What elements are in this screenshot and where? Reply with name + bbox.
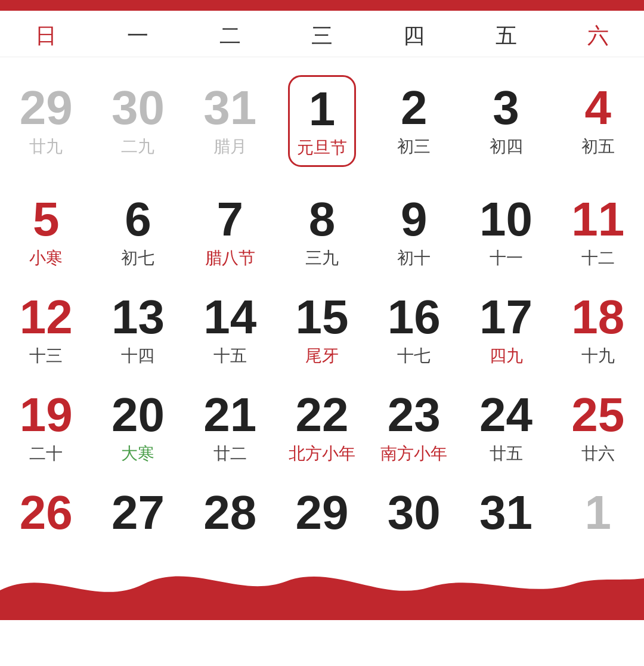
- day-cell-jan12[interactable]: 12 十三: [0, 280, 92, 378]
- day-number: 10: [479, 196, 532, 243]
- lunar-label: 初五: [581, 135, 615, 158]
- day-cell-dec29[interactable]: 29 廿九: [0, 57, 92, 182]
- day-number: 29: [296, 489, 349, 537]
- day-number: 19: [20, 391, 73, 439]
- day-number: 27: [112, 489, 165, 537]
- day-cell-feb1[interactable]: 1: [552, 476, 644, 602]
- weekday-mon: 一: [92, 21, 184, 51]
- day-cell-jan23[interactable]: 23 南方小年: [368, 378, 460, 476]
- day-cell-jan21[interactable]: 21 廿二: [184, 378, 276, 476]
- day-cell-jan22[interactable]: 22 北方小年: [276, 378, 368, 476]
- lunar-label: 初四: [490, 135, 523, 158]
- day-cell-jan26[interactable]: 26: [0, 476, 92, 602]
- day-number: 25: [571, 391, 624, 439]
- day-cell-jan18[interactable]: 18 十九: [552, 280, 644, 378]
- calendar-row-5-wrapper: 26 27 28 29 30 31 1: [0, 476, 644, 620]
- lunar-label: 十七: [397, 345, 431, 367]
- calendar-row-1: 29 廿九 30 二九 31 腊月 1 元旦节 2 初三 3 初四 4 初五: [0, 57, 644, 182]
- day-number: 1: [309, 85, 336, 133]
- day-cell-jan4[interactable]: 4 初五: [552, 57, 644, 182]
- day-cell-dec31[interactable]: 31 腊月: [184, 57, 276, 182]
- day-cell-jan31[interactable]: 31: [460, 476, 552, 602]
- day-cell-jan14[interactable]: 14 十五: [184, 280, 276, 378]
- lunar-label: 尾牙: [305, 345, 339, 367]
- day-cell-jan5[interactable]: 5 小寒: [0, 182, 92, 280]
- day-cell-jan1-today[interactable]: 1 元旦节: [276, 57, 368, 182]
- calendar-row-3: 12 十三 13 十四 14 十五 15 尾牙 16 十七 17 四九 18 十…: [0, 280, 644, 378]
- lunar-label: 腊八节: [205, 247, 255, 270]
- weekday-tue: 二: [184, 21, 276, 51]
- day-cell-jan19[interactable]: 19 二十: [0, 378, 92, 476]
- day-number: 18: [571, 293, 624, 341]
- lunar-label: 廿九: [29, 135, 63, 158]
- day-number: 28: [203, 489, 256, 537]
- lunar-label: 三九: [305, 247, 339, 270]
- day-number: 31: [203, 84, 256, 132]
- day-number: 31: [479, 489, 532, 537]
- day-cell-jan9[interactable]: 9 初十: [368, 182, 460, 280]
- day-cell-dec30[interactable]: 30 二九: [92, 57, 184, 182]
- lunar-label: 小寒: [29, 247, 63, 270]
- weekday-header: 日 一 二 三 四 五 六: [0, 11, 644, 57]
- day-cell-jan11[interactable]: 11 十二: [552, 182, 644, 280]
- day-number: 2: [401, 84, 428, 132]
- weekday-sun: 日: [0, 21, 92, 51]
- day-cell-jan24[interactable]: 24 廿五: [460, 378, 552, 476]
- day-cell-jan15[interactable]: 15 尾牙: [276, 280, 368, 378]
- day-cell-jan27[interactable]: 27: [92, 476, 184, 602]
- day-number: 11: [571, 196, 624, 243]
- day-number: 13: [112, 293, 165, 341]
- weekday-sat: 六: [552, 21, 644, 51]
- day-cell-jan3[interactable]: 3 初四: [460, 57, 552, 182]
- day-cell-jan16[interactable]: 16 十七: [368, 280, 460, 378]
- day-number: 23: [388, 391, 441, 439]
- day-cell-jan10[interactable]: 10 十一: [460, 182, 552, 280]
- lunar-label: 廿二: [213, 442, 247, 465]
- day-number: 26: [20, 489, 73, 537]
- lunar-label: 四九: [490, 345, 523, 367]
- lunar-label: 十一: [490, 247, 523, 270]
- day-cell-jan28[interactable]: 28: [184, 476, 276, 602]
- day-cell-jan25[interactable]: 25 廿六: [552, 378, 644, 476]
- lunar-label: 南方小年: [380, 442, 447, 465]
- day-cell-jan6[interactable]: 6 初七: [92, 182, 184, 280]
- calendar-row-2: 5 小寒 6 初七 7 腊八节 8 三九 9 初十 10 十一 11 十二: [0, 182, 644, 280]
- lunar-label: 北方小年: [289, 442, 355, 465]
- day-number: 30: [388, 489, 441, 537]
- lunar-label: 大寒: [121, 442, 154, 465]
- day-number: 16: [388, 293, 441, 341]
- day-number: 9: [401, 196, 428, 243]
- day-cell-jan17[interactable]: 17 四九: [460, 280, 552, 378]
- day-cell-jan29[interactable]: 29: [276, 476, 368, 602]
- day-number: 7: [216, 196, 243, 243]
- calendar-row-4: 19 二十 20 大寒 21 廿二 22 北方小年 23 南方小年 24 廿五 …: [0, 378, 644, 476]
- day-cell-jan20[interactable]: 20 大寒: [92, 378, 184, 476]
- top-bar: [0, 0, 644, 11]
- day-number: 30: [112, 84, 165, 132]
- lunar-label: 元旦节: [297, 137, 347, 159]
- lunar-label: 初七: [121, 247, 154, 270]
- day-number: 29: [20, 84, 73, 132]
- day-cell-jan8[interactable]: 8 三九: [276, 182, 368, 280]
- lunar-label: 二九: [121, 135, 154, 158]
- lunar-label: 十四: [121, 345, 154, 367]
- day-cell-jan13[interactable]: 13 十四: [92, 280, 184, 378]
- day-number: 24: [479, 391, 532, 439]
- lunar-label: 廿五: [490, 442, 523, 465]
- today-wrapper: 1 元旦节: [288, 75, 356, 167]
- calendar-row-5: 26 27 28 29 30 31 1: [0, 476, 644, 620]
- day-number: 6: [125, 196, 151, 243]
- lunar-label: 二十: [29, 442, 63, 465]
- day-number: 5: [33, 196, 60, 243]
- day-number: 14: [203, 293, 256, 341]
- lunar-label: 初十: [397, 247, 431, 270]
- lunar-label: 十二: [581, 247, 615, 270]
- weekday-thu: 四: [368, 21, 460, 51]
- day-cell-jan7[interactable]: 7 腊八节: [184, 182, 276, 280]
- day-cell-jan2[interactable]: 2 初三: [368, 57, 460, 182]
- day-number: 12: [20, 293, 73, 341]
- lunar-label: 腊月: [213, 135, 247, 158]
- day-cell-jan30[interactable]: 30: [368, 476, 460, 602]
- lunar-label: 十五: [213, 345, 247, 367]
- day-number: 8: [309, 196, 336, 243]
